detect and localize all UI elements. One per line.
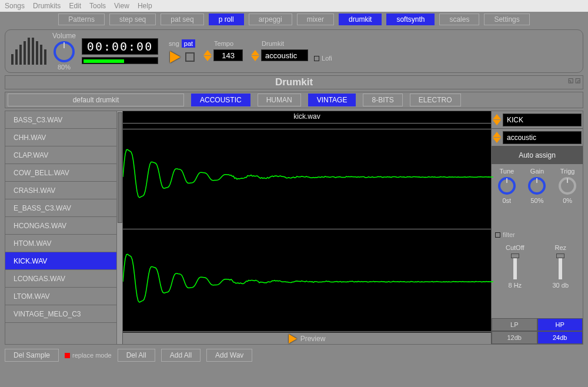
del-sample-button[interactable]: Del Sample: [5, 349, 59, 362]
cat-electro[interactable]: ELECTRO: [410, 94, 461, 106]
vslider-track: [513, 253, 517, 279]
right-panel: KICK accoustic Auto assign Tune0stGain50…: [491, 111, 583, 344]
time-box: 00:00:00: [82, 38, 158, 64]
slider-cutoff[interactable]: CutOff8 Hz: [506, 244, 524, 289]
tab-arpeggi[interactable]: arpeggi: [249, 14, 292, 25]
waveform-view[interactable]: kick.wav Preview: [123, 111, 491, 344]
menu-view[interactable]: View: [114, 2, 129, 10]
panel-title-bar: Drumkit ◱ ◲: [5, 75, 583, 89]
stop-icon[interactable]: [185, 52, 195, 62]
sample-item[interactable]: HCONGAS.WAV: [5, 217, 122, 235]
cat-8-bits[interactable]: 8-BITS: [363, 94, 402, 106]
tab-pat-seq[interactable]: pat seq: [161, 14, 203, 25]
filter-label: filter: [503, 231, 515, 238]
sng-mode[interactable]: sng: [166, 39, 182, 48]
sample-item[interactable]: CLAP.WAV: [5, 146, 122, 164]
tab-scales[interactable]: scales: [439, 14, 479, 25]
toggle-24db[interactable]: 24db: [537, 331, 583, 344]
checkbox-icon: [495, 232, 500, 238]
window-icons[interactable]: ◱ ◲: [568, 77, 580, 84]
sample-item[interactable]: HTOM.WAV: [5, 235, 122, 252]
auto-assign-button[interactable]: Auto assign: [492, 146, 583, 164]
filter-toggle[interactable]: filter: [492, 229, 583, 241]
menu-edit[interactable]: Edit: [69, 2, 81, 10]
tab-softsynth[interactable]: softsynth: [386, 14, 435, 25]
tab-Settings[interactable]: Settings: [484, 14, 529, 25]
category-row: default drumkit ACCOUSTICHUMANVINTAGE8-B…: [5, 92, 583, 108]
song-progress[interactable]: [82, 57, 158, 64]
toggle-lp[interactable]: LP: [492, 318, 537, 331]
tab-drumkit[interactable]: drumkit: [339, 14, 382, 25]
del-all-button[interactable]: Del All: [118, 349, 155, 362]
waveform-bottom: [123, 235, 493, 329]
slot-name[interactable]: KICK: [503, 114, 582, 126]
bank-name[interactable]: accoustic: [503, 131, 582, 144]
sample-item[interactable]: LTOM.WAV: [5, 288, 122, 305]
cat-vintage[interactable]: VINTAGE: [308, 94, 356, 106]
pat-mode[interactable]: pat: [182, 39, 195, 48]
sample-item[interactable]: E_BASS_C3.WAV: [5, 199, 122, 217]
menu-songs[interactable]: Songs: [5, 2, 25, 10]
sample-item[interactable]: LCONGAS.WAV: [5, 270, 122, 288]
replace-label: replace mode: [72, 352, 112, 359]
knob-tune[interactable]: Tune0st: [498, 168, 516, 204]
current-drumkit-name[interactable]: default drumkit: [8, 94, 184, 106]
preview-label: Preview: [300, 335, 326, 343]
drumkit-value[interactable]: accoustic: [261, 49, 308, 61]
preview-button[interactable]: Preview: [123, 332, 491, 344]
tab-Patterns[interactable]: Patterns: [58, 14, 105, 25]
sample-item[interactable]: CHH.WAV: [5, 129, 122, 146]
menu-help[interactable]: Help: [138, 2, 152, 10]
cat-accoustic[interactable]: ACCOUSTIC: [191, 94, 250, 106]
mode-toggle: sng pat: [166, 39, 195, 48]
drumkit-spinner[interactable]: [251, 48, 259, 62]
tab-p-roll[interactable]: p roll: [209, 14, 244, 25]
replace-mode-toggle[interactable]: replace mode: [65, 352, 112, 359]
knob-icon: [528, 177, 546, 195]
redbox-icon: [65, 353, 70, 358]
knob-gain[interactable]: Gain50%: [528, 168, 546, 204]
sample-list: BASS_C3.WAVCHH.WAVCLAP.WAVCOW_BELL.WAVCR…: [5, 111, 123, 344]
tab-step-seq[interactable]: step seq: [109, 14, 156, 25]
add-wav-button[interactable]: Add Wav: [206, 349, 252, 362]
slot-spinner[interactable]: [493, 114, 501, 126]
lofi-toggle[interactable]: Lofi: [314, 55, 332, 62]
tab-row: Patternsstep seqpat seqp rollarpeggimixe…: [0, 12, 588, 27]
play-icon[interactable]: [170, 51, 181, 63]
knob-trigg[interactable]: Trigg0%: [559, 168, 576, 204]
sample-item[interactable]: VINTAGE_MELO_C3: [5, 305, 122, 323]
volume-control: Volume 80%: [52, 32, 76, 71]
wave-filename: kick.wav: [123, 112, 491, 121]
scrollbar[interactable]: [116, 111, 122, 344]
sample-item[interactable]: KICK.WAV: [5, 252, 122, 270]
add-all-button[interactable]: Add All: [161, 349, 201, 362]
cat-human[interactable]: HUMAN: [258, 94, 301, 106]
menubar: SongsDrumkitsEditToolsViewHelp: [0, 0, 588, 12]
checkbox-icon: [314, 56, 319, 61]
toggle-12db[interactable]: 12db: [492, 331, 537, 344]
toggle-hp[interactable]: HP: [537, 318, 583, 331]
menu-tools[interactable]: Tools: [89, 2, 106, 10]
tempo-value[interactable]: 143: [213, 49, 243, 61]
volume-knob[interactable]: [54, 41, 75, 62]
tab-mixer[interactable]: mixer: [297, 14, 334, 25]
menu-drumkits[interactable]: Drumkits: [33, 2, 61, 10]
slider-rez[interactable]: Rez30 db: [553, 244, 569, 289]
waveform-top: [123, 130, 493, 224]
volume-value: 80%: [58, 64, 71, 71]
knob-icon: [559, 177, 576, 195]
vslider-track: [559, 253, 562, 279]
sample-item[interactable]: BASS_C3.WAV: [5, 111, 122, 129]
knob-icon: [498, 177, 516, 195]
lofi-label: Lofi: [322, 55, 332, 62]
transport-panel: Volume 80% 00:00:00 sng pat Tempo 143 Dr…: [5, 29, 583, 73]
tempo-spinner[interactable]: [203, 48, 212, 62]
volume-label: Volume: [52, 32, 76, 40]
sample-item[interactable]: COW_BELL.WAV: [5, 164, 122, 182]
drumkit-group: Drumkit accoustic: [251, 40, 308, 62]
bank-spinner[interactable]: [493, 132, 501, 144]
tempo-label: Tempo: [214, 40, 243, 47]
panel-title: Drumkit: [275, 76, 313, 88]
tempo-group: Tempo 143: [203, 40, 243, 62]
sample-item[interactable]: CRASH.WAV: [5, 182, 122, 199]
